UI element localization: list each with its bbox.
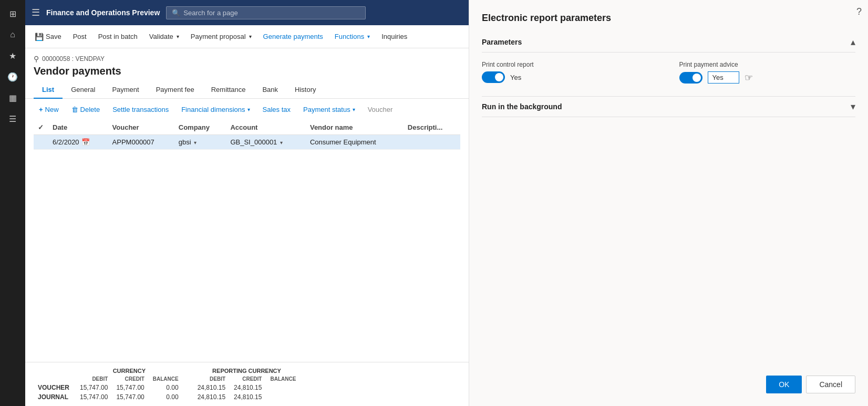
nav-clock-icon[interactable]: 🕐 — [3, 67, 22, 86]
data-table-wrap: ✓ Date Voucher Company Account Vendor na… — [25, 120, 469, 362]
tab-payment-fee[interactable]: Payment fee — [148, 81, 203, 99]
cancel-button[interactable]: Cancel — [806, 376, 855, 393]
print-control-report-label: Print control report — [482, 61, 658, 68]
voucher-r-debit: 24,810.15 — [193, 383, 230, 392]
credit-col-header: CREDIT — [112, 375, 148, 383]
search-box[interactable]: 🔍 — [166, 6, 366, 19]
payment-proposal-button[interactable]: Payment proposal — [185, 29, 257, 44]
panel-title: Electronic report parameters — [482, 13, 855, 24]
nav-list-icon[interactable]: ☰ — [3, 109, 22, 128]
tab-general[interactable]: General — [63, 81, 104, 99]
balance-col-header: BALANCE — [149, 375, 183, 383]
tab-history[interactable]: History — [286, 81, 324, 99]
delete-icon: 🗑 — [71, 106, 78, 113]
journal-balance: 0.00 — [149, 392, 183, 402]
delete-button[interactable]: 🗑 Delete — [66, 103, 106, 116]
inquiries-button[interactable]: Inquiries — [376, 29, 412, 44]
nav-star-icon[interactable]: ★ — [3, 46, 22, 65]
table-row[interactable]: 6/2/2020 📅 APPM000007 gbsi ▾ GB_SI_00000… — [34, 135, 460, 150]
financial-dimensions-button[interactable]: Financial dimensions — [176, 103, 255, 116]
breadcrumb: ⚲ 00000058 : VENDPAY — [34, 55, 460, 63]
journal-label: JOURNAL — [34, 392, 76, 402]
nav-home-icon[interactable]: ⌂ — [3, 25, 22, 44]
tab-list[interactable]: List — [34, 81, 63, 99]
journal-r-balance — [266, 392, 300, 402]
run-background-section-title: Run in the background — [482, 102, 562, 111]
col-description: Descripti... — [404, 120, 460, 135]
search-icon: 🔍 — [172, 9, 180, 17]
voucher-r-credit: 24,810.15 — [230, 383, 266, 392]
help-button[interactable]: ? — [856, 6, 862, 17]
print-payment-advice-label: Print payment advice — [679, 61, 856, 68]
new-button[interactable]: + New — [34, 103, 64, 116]
validate-button[interactable]: Validate — [144, 29, 184, 44]
save-button[interactable]: 💾 Save — [29, 29, 67, 44]
tab-payment[interactable]: Payment — [104, 81, 147, 99]
voucher-credit: 15,747.00 — [112, 383, 148, 392]
row-account: GB_SI_000001 ▾ — [226, 135, 306, 150]
r-debit-col-header: DEBIT — [193, 375, 230, 383]
journal-r-credit: 24,810.15 — [230, 392, 266, 402]
run-background-section-header[interactable]: Run in the background ▾ — [482, 101, 855, 117]
plus-icon: + — [39, 106, 43, 113]
print-control-report-toggle[interactable] — [482, 71, 505, 83]
functions-button[interactable]: Functions — [329, 29, 375, 44]
print-control-report-track[interactable] — [482, 71, 505, 83]
print-control-report-param: Print control report Yes — [482, 61, 658, 84]
page-title: Vendor payments — [34, 65, 460, 77]
top-header: ☰ Finance and Operations Preview 🔍 — [25, 0, 469, 25]
journal-credit: 15,747.00 — [112, 392, 148, 402]
parameters-collapse-icon[interactable]: ▴ — [851, 36, 855, 48]
filter-icon: ⚲ — [34, 55, 39, 63]
sales-tax-button[interactable]: Sales tax — [257, 103, 296, 116]
print-payment-advice-input[interactable] — [708, 71, 739, 84]
app-title: Finance and Operations Preview — [46, 8, 160, 17]
col-date: Date — [48, 120, 108, 135]
summary-table: CURRENCY REPORTING CURRENCY DEBIT CREDIT… — [34, 367, 300, 402]
payment-status-button[interactable]: Payment status — [298, 103, 360, 116]
run-background-collapse-icon[interactable]: ▾ — [851, 101, 855, 112]
sidebar-nav: ⊞ ⌂ ★ 🕐 ▦ ☰ — [0, 0, 25, 406]
print-control-report-value: Yes — [510, 74, 521, 81]
ok-button[interactable]: OK — [766, 376, 802, 393]
debit-col-header: DEBIT — [76, 375, 112, 383]
col-check: ✓ — [34, 120, 48, 135]
voucher-label: VOUCHER — [34, 383, 76, 392]
generate-payments-button[interactable]: Generate payments — [258, 29, 328, 44]
print-payment-advice-control: ☞ — [679, 71, 856, 84]
print-payment-advice-toggle[interactable] — [679, 72, 702, 84]
page-header: ⚲ 00000058 : VENDPAY Vendor payments — [25, 48, 469, 81]
col-company: Company — [174, 120, 226, 135]
settle-transactions-button[interactable]: Settle transactions — [107, 103, 174, 116]
page-content: ⚲ 00000058 : VENDPAY Vendor payments Lis… — [25, 48, 469, 406]
hamburger-icon[interactable]: ☰ — [32, 7, 40, 18]
row-check[interactable] — [34, 135, 48, 150]
parameters-section-header[interactable]: Parameters ▴ — [482, 36, 855, 53]
company-dropdown[interactable]: ▾ — [194, 140, 197, 145]
account-dropdown[interactable]: ▾ — [280, 140, 283, 145]
summary-row-journal: JOURNAL 15,747.00 15,747.00 0.00 24,810.… — [34, 392, 300, 402]
reporting-currency-header: REPORTING CURRENCY — [193, 367, 301, 375]
parameters-section-title: Parameters — [482, 38, 522, 46]
run-background-section: Run in the background ▾ — [482, 96, 855, 126]
tabs: List General Payment Payment fee Remitta… — [25, 81, 469, 99]
search-input[interactable] — [183, 9, 360, 17]
calendar-icon[interactable]: 📅 — [81, 138, 90, 146]
data-table: ✓ Date Voucher Company Account Vendor na… — [34, 120, 460, 150]
voucher-button[interactable]: Voucher — [363, 103, 398, 116]
nav-table-icon[interactable]: ▦ — [3, 88, 22, 107]
summary-row-voucher: VOUCHER 15,747.00 15,747.00 0.00 24,810.… — [34, 383, 300, 392]
print-payment-advice-track[interactable] — [679, 72, 702, 84]
tab-bank[interactable]: Bank — [254, 81, 286, 99]
row-vendor-name: Consumer Equipment — [306, 135, 404, 150]
post-batch-button[interactable]: Post in batch — [93, 29, 143, 44]
post-button[interactable]: Post — [68, 29, 92, 44]
tab-remittance[interactable]: Remittance — [203, 81, 254, 99]
journal-debit: 15,747.00 — [76, 392, 112, 402]
main-area: ☰ Finance and Operations Preview 🔍 💾 Sav… — [25, 0, 469, 406]
panel-overlay: ? Electronic report parameters Parameter… — [469, 0, 868, 406]
print-control-report-control: Yes — [482, 71, 658, 83]
voucher-debit: 15,747.00 — [76, 383, 112, 392]
nav-grid-icon[interactable]: ⊞ — [3, 4, 22, 23]
cursor-hand-icon: ☞ — [745, 72, 753, 84]
